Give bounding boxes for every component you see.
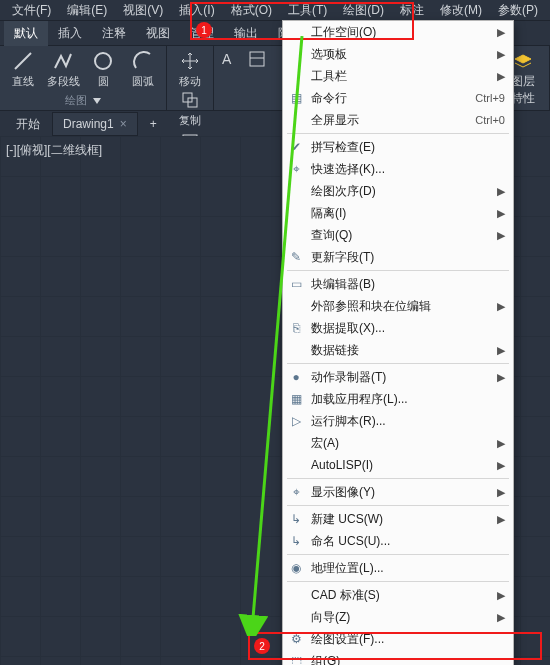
tab-close-icon[interactable]: × [120, 117, 127, 131]
chevron-down-icon[interactable] [93, 98, 101, 104]
menu-view[interactable]: 视图(V) [115, 0, 171, 21]
menu-separator [287, 581, 509, 582]
menu-item[interactable]: ▭块编辑器(B) [283, 273, 513, 295]
menu-item[interactable]: ✎更新字段(T) [283, 246, 513, 268]
menu-item-icon: ▷ [287, 412, 305, 430]
menu-item[interactable]: CAD 标准(S)▶ [283, 584, 513, 606]
menu-item[interactable]: ⌖快速选择(K)... [283, 158, 513, 180]
menu-item[interactable]: ↳命名 UCS(U)... [283, 530, 513, 552]
ribbon-tab-output[interactable]: 输出 [224, 21, 268, 46]
menu-window[interactable]: 窗 [546, 0, 550, 21]
menu-item-icon [287, 67, 305, 85]
hatch-icon[interactable] [248, 50, 266, 68]
menu-tools[interactable]: 工具(T) [280, 0, 335, 21]
menu-item[interactable]: 工具栏▶ [283, 65, 513, 87]
menu-item-label: 命名 UCS(U)... [311, 533, 505, 550]
menu-item[interactable]: ⎘数据提取(X)... [283, 317, 513, 339]
menu-item[interactable]: ↳新建 UCS(W)▶ [283, 508, 513, 530]
menu-item[interactable]: ◉地理位置(L)... [283, 557, 513, 579]
menu-item-icon [287, 111, 305, 129]
menu-item-label: 数据链接 [311, 342, 491, 359]
menu-item-icon [287, 182, 305, 200]
menu-item[interactable]: ▷运行脚本(R)... [283, 410, 513, 432]
submenu-arrow-icon: ▶ [497, 300, 505, 313]
svg-line-0 [15, 53, 31, 69]
copy-button[interactable]: 复制 [173, 89, 207, 128]
menu-item[interactable]: ▤命令行Ctrl+9 [283, 87, 513, 109]
menu-item-icon: ✎ [287, 248, 305, 266]
circle-button[interactable]: 圆 [86, 50, 120, 89]
ribbon-tab-insert[interactable]: 插入 [48, 21, 92, 46]
line-icon [12, 50, 34, 72]
menu-param[interactable]: 参数(P) [490, 0, 546, 21]
menu-item-icon [287, 45, 305, 63]
menu-item[interactable]: ⬚组(G) [283, 650, 513, 665]
submenu-arrow-icon: ▶ [497, 207, 505, 220]
menu-item-label: CAD 标准(S) [311, 587, 491, 604]
menu-separator [287, 478, 509, 479]
line-button[interactable]: 直线 [6, 50, 40, 89]
menu-item[interactable]: ▦加载应用程序(L)... [283, 388, 513, 410]
menu-item-icon [287, 341, 305, 359]
menu-item-label: 数据提取(X)... [311, 320, 505, 337]
arc-button[interactable]: 圆弧 [126, 50, 160, 89]
menu-item[interactable]: ✔拼写检查(E) [283, 136, 513, 158]
menu-dim[interactable]: 标注 [392, 0, 432, 21]
menu-insert[interactable]: 插入(I) [171, 0, 222, 21]
menu-item-label: 块编辑器(B) [311, 276, 505, 293]
menu-item-label: 外部参照和块在位编辑 [311, 298, 491, 315]
polyline-label: 多段线 [47, 74, 80, 89]
menu-item-label: 向导(Z) [311, 609, 491, 626]
menu-item-icon [287, 226, 305, 244]
tab-drawing1[interactable]: Drawing1 × [52, 112, 138, 136]
ribbon-tab-default[interactable]: 默认 [4, 21, 48, 46]
menu-item-label: 新建 UCS(W) [311, 511, 491, 528]
menu-separator [287, 554, 509, 555]
menu-item-label: 运行脚本(R)... [311, 413, 505, 430]
menu-item[interactable]: AutoLISP(I)▶ [283, 454, 513, 476]
menu-item[interactable]: 数据链接▶ [283, 339, 513, 361]
menu-item[interactable]: ●动作录制器(T)▶ [283, 366, 513, 388]
menu-item[interactable]: 隔离(I)▶ [283, 202, 513, 224]
menu-format[interactable]: 格式(O) [223, 0, 280, 21]
menu-item-label: 命令行 [311, 90, 469, 107]
tab-start[interactable]: 开始 [6, 112, 50, 137]
menu-modify[interactable]: 修改(M) [432, 0, 490, 21]
layer-icon [512, 51, 534, 73]
tab-add[interactable]: + [140, 113, 167, 135]
viewport-label[interactable]: [-][俯视][二维线框] [6, 142, 102, 159]
menu-item-icon [287, 586, 305, 604]
menu-edit[interactable]: 编辑(E) [59, 0, 115, 21]
copy-icon [179, 89, 201, 111]
menu-item[interactable]: ⚙绘图设置(F)... [283, 628, 513, 650]
move-button[interactable]: 移动 [173, 50, 207, 89]
menu-item-icon: ▦ [287, 390, 305, 408]
menu-item[interactable]: 工作空间(O)▶ [283, 21, 513, 43]
menu-item[interactable]: 查询(Q)▶ [283, 224, 513, 246]
move-icon [179, 50, 201, 72]
menu-item[interactable]: 绘图次序(D)▶ [283, 180, 513, 202]
menu-file[interactable]: 文件(F) [4, 0, 59, 21]
menu-item-label: 组(G) [311, 653, 505, 666]
circle-label: 圆 [98, 74, 109, 89]
move-label: 移动 [179, 74, 201, 89]
menu-item-shortcut: Ctrl+0 [475, 114, 505, 126]
menu-draw[interactable]: 绘图(D) [335, 0, 392, 21]
menu-item[interactable]: 宏(A)▶ [283, 432, 513, 454]
ribbon-tab-view[interactable]: 视图 [136, 21, 180, 46]
menu-item-icon [287, 23, 305, 41]
ribbon-tab-annotate[interactable]: 注释 [92, 21, 136, 46]
menu-item[interactable]: 向导(Z)▶ [283, 606, 513, 628]
menu-item[interactable]: ⌖显示图像(Y)▶ [283, 481, 513, 503]
menu-separator [287, 270, 509, 271]
annotate-icon[interactable]: A [220, 50, 238, 68]
menu-item[interactable]: 外部参照和块在位编辑▶ [283, 295, 513, 317]
polyline-button[interactable]: 多段线 [46, 50, 80, 89]
copy-label: 复制 [179, 113, 201, 128]
submenu-arrow-icon: ▶ [497, 459, 505, 472]
ribbon-tab-manage[interactable]: 管理 [180, 21, 224, 46]
menu-item[interactable]: 全屏显示Ctrl+0 [283, 109, 513, 131]
menu-item[interactable]: 选项板▶ [283, 43, 513, 65]
menu-item-icon: ◉ [287, 559, 305, 577]
menu-item-icon: ⎘ [287, 319, 305, 337]
